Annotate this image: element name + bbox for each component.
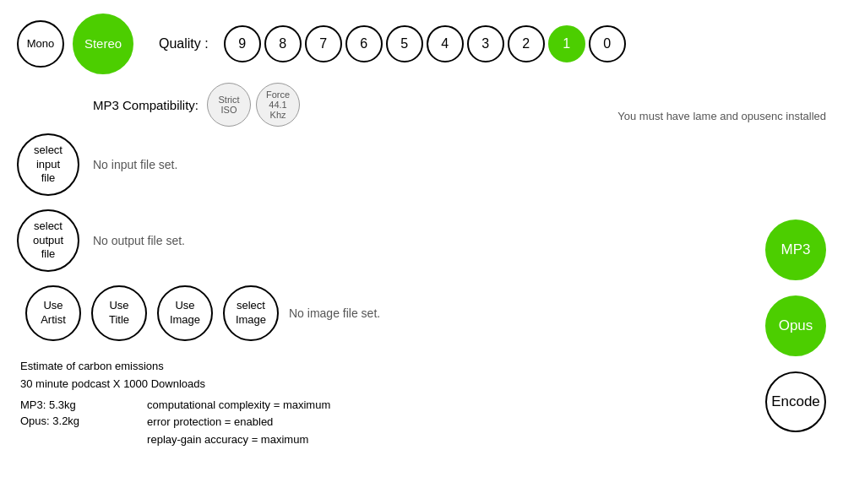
row-output-file: selectoutputfile No output file set.	[17, 209, 826, 272]
carbon-left: MP3: 5.3kg Opus: 3.2kg	[20, 397, 79, 449]
opus-button[interactable]: Opus	[765, 295, 826, 356]
quality-button-7[interactable]: 7	[305, 25, 342, 62]
use-title-button[interactable]: UseTitle	[91, 285, 147, 341]
quality-button-9[interactable]: 9	[224, 25, 261, 62]
input-file-status: No input file set.	[93, 158, 177, 171]
quality-label: Quality :	[159, 36, 209, 51]
encode-button[interactable]: Encode	[765, 371, 826, 432]
note-text: You must have lame and opusenc installed	[617, 110, 826, 122]
image-file-status: No image file set.	[289, 306, 380, 320]
carbon-subtitle: 30 minute podcast X 1000 Downloads	[20, 376, 826, 393]
carbon-title: Estimate of carbon emissions	[20, 358, 826, 376]
quality-button-2[interactable]: 2	[508, 25, 545, 62]
quality-numbers: 9876543210	[224, 25, 626, 62]
quality-button-8[interactable]: 8	[264, 25, 302, 62]
quality-button-3[interactable]: 3	[467, 25, 504, 62]
stereo-button[interactable]: Stereo	[73, 14, 133, 74]
quality-button-5[interactable]: 5	[386, 25, 423, 62]
mp3-button[interactable]: MP3	[765, 219, 826, 280]
compatibility-label: MP3 Compatibility:	[93, 98, 199, 112]
carbon-error-protection: error protection = enabled	[147, 414, 330, 431]
select-input-file-button[interactable]: selectinputfile	[17, 133, 79, 196]
output-file-status: No output file set.	[93, 234, 185, 247]
carbon-details: MP3: 5.3kg Opus: 3.2kg computational com…	[20, 397, 826, 449]
use-image-button[interactable]: UseImage	[157, 285, 213, 341]
mono-button[interactable]: Mono	[17, 20, 64, 68]
carbon-complexity: computational complexity = maximum	[147, 397, 330, 415]
right-panel: MP3 Opus Encode	[765, 219, 826, 432]
strict-iso-button[interactable]: StrictISO	[207, 83, 251, 127]
row-mono-stereo-quality: Mono Stereo Quality : 9876543210	[17, 14, 826, 74]
quality-button-0[interactable]: 0	[589, 25, 626, 62]
carbon-opus: Opus: 3.2kg	[20, 413, 79, 430]
carbon-replay-gain: replay-gain accuracy = maximum	[147, 431, 330, 449]
quality-button-6[interactable]: 6	[345, 25, 383, 62]
use-artist-button[interactable]: UseArtist	[25, 285, 81, 341]
main-container: Mono Stereo Quality : 9876543210 MP3 Com…	[0, 0, 843, 504]
select-image-button[interactable]: selectImage	[223, 285, 279, 341]
force44-button[interactable]: Force44.1Khz	[256, 83, 300, 127]
carbon-section: Estimate of carbon emissions 30 minute p…	[17, 358, 826, 449]
quality-button-1[interactable]: 1	[548, 25, 585, 62]
row-meta: UseArtist UseTitle UseImage selectImage …	[17, 285, 826, 341]
carbon-right: computational complexity = maximum error…	[147, 397, 330, 449]
carbon-mp3: MP3: 5.3kg	[20, 397, 79, 414]
quality-button-4[interactable]: 4	[427, 25, 464, 62]
select-output-file-button[interactable]: selectoutputfile	[17, 209, 79, 272]
row-input-file: selectinputfile No input file set.	[17, 133, 826, 196]
